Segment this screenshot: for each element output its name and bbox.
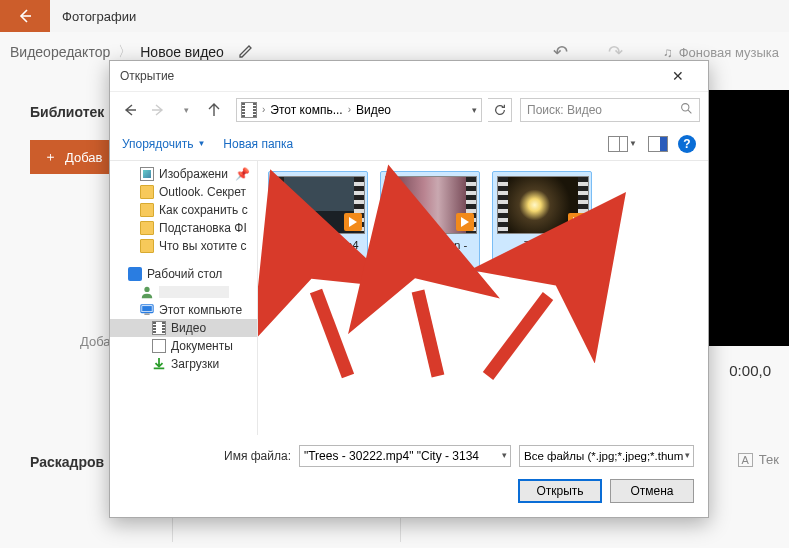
- filter-value: Все файлы (*.jpg;*.jpeg;*.thum: [524, 450, 683, 462]
- back-button[interactable]: [0, 0, 50, 32]
- add-button[interactable]: ＋ Добав: [30, 140, 116, 174]
- file-item[interactable]: City - 3134.mp4: [268, 171, 368, 272]
- file-list[interactable]: City - 3134.mp4 Conversation - 180.mp4 T…: [258, 161, 708, 435]
- dialog-titlebar: Открытие ✕: [110, 61, 708, 91]
- path-root[interactable]: Этот компь...: [270, 103, 342, 117]
- tree-item-video[interactable]: Видео: [110, 319, 257, 337]
- path-folder[interactable]: Видео: [356, 103, 391, 117]
- pin-icon: 📌: [235, 167, 250, 181]
- folder-icon: [140, 239, 154, 253]
- pencil-icon[interactable]: [238, 43, 254, 62]
- video-preview: [709, 90, 789, 346]
- library-placeholder: Доба: [80, 334, 111, 349]
- chevron-down-icon[interactable]: ▾: [502, 450, 507, 460]
- svg-rect-3: [142, 306, 152, 311]
- arrow-left-icon: [17, 8, 33, 24]
- folder-icon: [140, 203, 154, 217]
- music-label: Фоновая музыка: [679, 45, 779, 60]
- app-title: Фотографии: [62, 9, 136, 24]
- nav-up-button[interactable]: [202, 98, 226, 122]
- file-name: Trees - 30222.mp4: [497, 238, 587, 267]
- address-bar[interactable]: › Этот компь... › Видео ▾: [236, 98, 482, 122]
- file-thumbnail: [273, 176, 365, 234]
- chevron-right-icon: ›: [260, 104, 267, 115]
- help-button[interactable]: ?: [678, 135, 696, 153]
- breadcrumb: Видеоредактор 〉 Новое видео: [10, 43, 254, 62]
- tree-item-whatyou[interactable]: Что вы хотите с: [110, 237, 257, 255]
- view-mode-button[interactable]: ▼: [608, 136, 628, 152]
- breadcrumb-current[interactable]: Новое видео: [140, 44, 224, 60]
- tree-item-outlook[interactable]: Outlook. Секрет: [110, 183, 257, 201]
- timecode: 0:00,0: [729, 362, 771, 379]
- tree-item-prep[interactable]: Подстановка ФI: [110, 219, 257, 237]
- add-button-label: Добав: [65, 150, 102, 165]
- text-tool-label: Тек: [759, 452, 779, 467]
- chevron-down-icon[interactable]: ▾: [685, 450, 690, 460]
- nav-recent-button[interactable]: ▾: [174, 98, 198, 122]
- close-button[interactable]: ✕: [658, 68, 698, 84]
- breadcrumb-root[interactable]: Видеоредактор: [10, 44, 110, 60]
- chevron-down-icon: ▼: [197, 139, 205, 148]
- text-icon: A: [738, 453, 753, 467]
- tree-item-documents[interactable]: Документы: [110, 337, 257, 355]
- tree-item-user[interactable]: [110, 283, 257, 301]
- svg-rect-4: [144, 314, 149, 315]
- file-thumbnail: [497, 176, 589, 234]
- preview-pane-button[interactable]: [648, 136, 668, 152]
- arrow-left-icon: [122, 102, 138, 118]
- organize-button[interactable]: Упорядочить ▼: [122, 137, 205, 151]
- new-folder-label: Новая папка: [223, 137, 293, 151]
- chevron-down-icon[interactable]: ▾: [472, 105, 477, 115]
- file-open-dialog: Открытие ✕ ▾ › Этот компь... › Видео ▾ П…: [109, 60, 709, 518]
- play-icon: [456, 213, 474, 231]
- dialog-title: Открытие: [120, 69, 174, 83]
- chevron-right-icon: ›: [346, 104, 353, 115]
- search-icon: [680, 102, 693, 118]
- tree-item-images[interactable]: Изображени📌: [110, 165, 257, 183]
- text-tool-button[interactable]: A Тек: [738, 452, 779, 467]
- tree-item-downloads[interactable]: Загрузки: [110, 355, 257, 373]
- nav-forward-button[interactable]: [146, 98, 170, 122]
- filename-label: Имя файла:: [224, 449, 291, 463]
- folder-icon: [140, 185, 154, 199]
- open-button[interactable]: Открыть: [518, 479, 602, 503]
- search-input[interactable]: Поиск: Видео: [520, 98, 700, 122]
- tree-item-thispc[interactable]: Этот компьюте: [110, 301, 257, 319]
- cancel-button[interactable]: Отмена: [610, 479, 694, 503]
- document-icon: [152, 339, 166, 353]
- nav-back-button[interactable]: [118, 98, 142, 122]
- file-item[interactable]: Trees - 30222.mp4: [492, 171, 592, 272]
- arrow-right-icon: [150, 102, 166, 118]
- search-placeholder: Поиск: Видео: [527, 103, 602, 117]
- dialog-nav: ▾ › Этот компь... › Видео ▾ Поиск: Видео: [110, 91, 708, 127]
- organize-label: Упорядочить: [122, 137, 193, 151]
- arrow-up-icon: [206, 102, 222, 118]
- music-note-icon: ♫: [663, 45, 673, 60]
- user-icon: [140, 285, 154, 299]
- svg-line-6: [316, 291, 348, 376]
- play-icon: [344, 213, 362, 231]
- svg-point-0: [682, 103, 689, 110]
- background-music-button[interactable]: ♫ Фоновая музыка: [663, 45, 779, 60]
- refresh-button[interactable]: [488, 98, 512, 122]
- video-folder-icon: [241, 102, 257, 118]
- new-folder-button[interactable]: Новая папка: [223, 137, 293, 151]
- svg-line-8: [488, 296, 548, 376]
- file-item[interactable]: Conversation - 180.mp4: [380, 171, 480, 272]
- filename-input[interactable]: "Trees - 30222.mp4" "City - 3134 ▾: [299, 445, 511, 467]
- desktop-icon: [128, 267, 142, 281]
- tree-item-desktop[interactable]: Рабочий стол: [110, 265, 257, 283]
- folder-tree[interactable]: Изображени📌 Outlook. Секрет Как сохранит…: [110, 161, 258, 435]
- file-filter-select[interactable]: Все файлы (*.jpg;*.jpeg;*.thum ▾: [519, 445, 694, 467]
- dialog-footer: Имя файла: "Trees - 30222.mp4" "City - 3…: [110, 435, 708, 517]
- chevron-right-icon: 〉: [118, 43, 132, 61]
- app-header: Фотографии: [0, 0, 789, 32]
- plus-icon: ＋: [44, 148, 57, 166]
- help-icon: ?: [683, 137, 690, 151]
- dialog-toolbar: Упорядочить ▼ Новая папка ▼ ?: [110, 127, 708, 161]
- tree-item-howto[interactable]: Как сохранить с: [110, 201, 257, 219]
- svg-rect-5: [154, 368, 165, 370]
- image-icon: [140, 167, 154, 181]
- download-icon: [152, 357, 166, 371]
- svg-line-7: [418, 291, 438, 376]
